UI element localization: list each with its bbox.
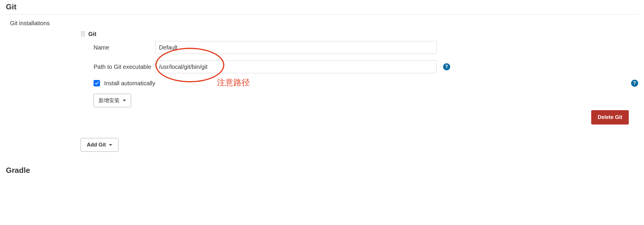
section-header-gradle: Gradle xyxy=(6,163,638,178)
help-icon[interactable]: ? xyxy=(443,63,450,70)
svg-point-0 xyxy=(81,31,82,32)
caret-down-icon xyxy=(109,144,112,146)
svg-point-2 xyxy=(84,31,85,32)
install-automatically-checkbox[interactable] xyxy=(94,80,100,86)
help-icon[interactable]: ? xyxy=(631,80,638,87)
svg-point-7 xyxy=(82,34,83,35)
path-to-git-input[interactable] xyxy=(155,60,437,73)
svg-point-5 xyxy=(84,33,85,33)
svg-point-3 xyxy=(81,33,82,33)
section-header-git: Git xyxy=(6,0,638,15)
drag-handle-icon[interactable] xyxy=(81,31,85,38)
add-installer-button[interactable]: 新增安装 xyxy=(94,94,131,107)
svg-point-9 xyxy=(81,35,82,36)
svg-point-6 xyxy=(81,34,82,35)
svg-point-11 xyxy=(84,35,85,36)
git-installations-label: Git installations xyxy=(6,20,50,27)
name-label: Name xyxy=(94,44,155,51)
caret-down-icon xyxy=(123,100,126,101)
add-git-button[interactable]: Add Git xyxy=(81,138,118,152)
svg-point-8 xyxy=(84,34,85,35)
name-input[interactable] xyxy=(155,41,437,54)
install-automatically-label: Install automatically xyxy=(104,80,155,87)
delete-git-button[interactable]: Delete Git xyxy=(591,110,629,125)
svg-point-4 xyxy=(82,33,83,33)
path-label: Path to Git executable xyxy=(94,64,155,70)
tool-title: Git xyxy=(88,31,96,38)
svg-point-10 xyxy=(82,35,83,36)
add-installer-label: 新增安装 xyxy=(99,97,120,104)
add-git-label: Add Git xyxy=(87,142,106,148)
svg-point-1 xyxy=(82,31,83,32)
